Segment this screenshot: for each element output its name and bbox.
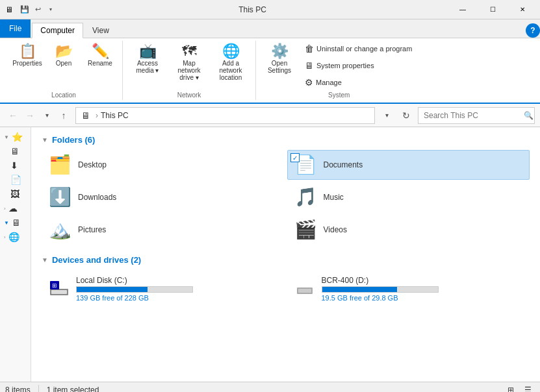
sidebar-item-downloads[interactable]: ⬇ bbox=[0, 158, 31, 173]
downloads-icon: ⬇ bbox=[10, 160, 18, 171]
window-controls: — ☐ ✕ bbox=[448, 0, 537, 19]
app-icon: 🖥 bbox=[3, 3, 16, 16]
map-network-button[interactable]: 🗺 Map networkdrive ▾ bbox=[170, 41, 209, 84]
star-icon: ⭐ bbox=[12, 132, 23, 142]
network-items: 📺 Accessmedia ▾ 🗺 Map networkdrive ▾ 🌐 A… bbox=[128, 41, 250, 90]
pictures-folder-icon: 🏔️ bbox=[49, 221, 71, 239]
sidebar-item-pictures[interactable]: 🖼 bbox=[0, 187, 31, 201]
folder-downloads[interactable]: ⬇️ Downloads bbox=[42, 182, 285, 212]
svg-rect-5 bbox=[298, 289, 311, 293]
navigation-buttons: ← → ▾ ↑ bbox=[5, 108, 71, 123]
computer-tab[interactable]: Computer bbox=[32, 23, 83, 38]
documents-checkbox[interactable]: ✓ bbox=[290, 153, 300, 162]
drives-section-header[interactable]: ▼ Devices and drives (2) bbox=[42, 255, 530, 265]
path-separator: › bbox=[96, 111, 98, 120]
collapse-icon: ▼ bbox=[4, 134, 9, 140]
sidebar-item-desktop[interactable]: 🖥 bbox=[0, 144, 31, 158]
recent-button[interactable]: ▾ bbox=[39, 108, 55, 123]
manage-button[interactable]: ⚙ Manage bbox=[300, 75, 417, 90]
forward-button[interactable]: → bbox=[22, 108, 38, 123]
uninstall-button[interactable]: 🗑 Uninstall or change a program bbox=[300, 41, 417, 56]
folders-section-header[interactable]: ▼ Folders (6) bbox=[42, 135, 530, 145]
onedrive-collapse-icon: › bbox=[4, 206, 6, 212]
dropdown-icon[interactable]: ▾ bbox=[44, 3, 57, 16]
videos-folder-name: Videos bbox=[324, 225, 347, 234]
rename-icon: ✏️ bbox=[92, 44, 109, 58]
folder-videos[interactable]: 🎬 Videos bbox=[287, 215, 530, 245]
save-icon[interactable]: 💾 bbox=[18, 3, 31, 16]
open-settings-button[interactable]: ⚙️ OpenSettings bbox=[261, 41, 298, 77]
drive-c-name: Local Disk (C:) bbox=[76, 276, 277, 285]
open-button[interactable]: 📂 Open bbox=[47, 41, 81, 70]
folders-expand-icon: ▼ bbox=[42, 136, 48, 143]
status-bar: 8 items 1 item selected ⊞ ☰ bbox=[0, 382, 540, 392]
drive-c-icon: ⊞ bbox=[49, 276, 70, 300]
system-properties-button[interactable]: 🖥 System properties bbox=[300, 58, 417, 73]
ribbon-content: 📋 Properties 📂 Open ✏️ Rename Location 📺 bbox=[0, 38, 540, 103]
folder-desktop[interactable]: 🗂️ Desktop bbox=[42, 150, 285, 180]
ribbon-group-system: ⚙️ OpenSettings 🗑 Uninstall or change a … bbox=[256, 41, 422, 100]
add-network-button[interactable]: 🌐 Add a networklocation bbox=[211, 41, 250, 84]
help-button[interactable]: ? bbox=[526, 23, 540, 38]
close-button[interactable]: ✕ bbox=[508, 0, 537, 19]
up-button[interactable]: ↑ bbox=[56, 108, 71, 123]
drive-d-fill bbox=[322, 287, 398, 292]
minimize-button[interactable]: — bbox=[448, 0, 478, 19]
details-view-button[interactable]: ☰ bbox=[521, 383, 535, 393]
system-props-icon: 🖥 bbox=[305, 60, 314, 71]
drive-c-info: Local Disk (C:) 139 GB free of 228 GB bbox=[76, 276, 277, 302]
view-tab[interactable]: View bbox=[84, 23, 118, 38]
title-bar: 🖥 💾 ↩ ▾ This PC — ☐ ✕ bbox=[0, 0, 540, 19]
path-dropdown-button[interactable]: ▾ bbox=[379, 108, 394, 123]
sidebar-item-documents[interactable]: 📄 bbox=[0, 173, 31, 187]
downloads-folder-name: Downloads bbox=[78, 193, 116, 202]
documents-icon: 📄 bbox=[10, 175, 21, 185]
folder-pictures[interactable]: 🏔️ Pictures bbox=[42, 215, 285, 245]
drives-grid: ⊞ Local Disk (C:) 139 GB free of 228 GB bbox=[42, 270, 530, 308]
access-media-button[interactable]: 📺 Accessmedia ▾ bbox=[128, 41, 167, 77]
address-bar: ← → ▾ ↑ 🖥 › This PC ▾ ↻ 🔍 bbox=[0, 104, 540, 127]
drive-c[interactable]: ⊞ Local Disk (C:) 139 GB free of 228 GB bbox=[42, 270, 285, 308]
location-items: 📋 Properties 📂 Open ✏️ Rename bbox=[10, 41, 117, 90]
downloads-folder-icon: ⬇️ bbox=[49, 188, 71, 206]
manage-icon: ⚙ bbox=[305, 77, 313, 88]
music-folder-icon: 🎵 bbox=[294, 188, 317, 206]
videos-folder-icon: 🎬 bbox=[294, 221, 317, 239]
properties-button[interactable]: 📋 Properties bbox=[10, 41, 44, 70]
system-label: System bbox=[328, 90, 350, 100]
search-input[interactable] bbox=[424, 111, 521, 120]
ribbon: File Computer View ? 📋 Properties 📂 Open… bbox=[0, 19, 540, 104]
location-label: Location bbox=[51, 90, 76, 100]
maximize-button[interactable]: ☐ bbox=[478, 0, 508, 19]
folders-section-title: Folders (6) bbox=[52, 135, 95, 145]
search-icon[interactable]: 🔍 bbox=[524, 111, 534, 120]
sidebar-item-network[interactable]: › 🌐 bbox=[0, 230, 31, 244]
folders-grid: 🗂️ Desktop ✓ 📄 Documents ⬇️ Downloads 🎵 … bbox=[42, 150, 530, 245]
uninstall-icon: 🗑 bbox=[305, 43, 314, 54]
folder-music[interactable]: 🎵 Music bbox=[287, 182, 530, 212]
back-button[interactable]: ← bbox=[5, 108, 21, 123]
drive-c-bar bbox=[76, 286, 193, 293]
undo-icon[interactable]: ↩ bbox=[31, 3, 44, 16]
drive-d[interactable]: BCR-400 (D:) 19.5 GB free of 29.8 GB bbox=[287, 270, 530, 308]
sidebar: ▼ ⭐ 🖥 ⬇ 📄 🖼 › ☁ ▼ 🖥 › 🌐 bbox=[0, 127, 31, 382]
sidebar-item-onedrive[interactable]: › ☁ bbox=[0, 201, 31, 215]
address-path[interactable]: 🖥 › This PC bbox=[75, 107, 375, 124]
rename-button[interactable]: ✏️ Rename bbox=[83, 41, 117, 70]
onedrive-icon: ☁ bbox=[8, 203, 18, 214]
drive-d-bar bbox=[322, 286, 439, 293]
refresh-button[interactable]: ↻ bbox=[398, 108, 414, 123]
system-items: ⚙️ OpenSettings 🗑 Uninstall or change a … bbox=[261, 41, 417, 90]
folder-documents[interactable]: ✓ 📄 Documents bbox=[287, 150, 530, 180]
drive-d-name: BCR-400 (D:) bbox=[322, 276, 523, 285]
status-separator bbox=[38, 385, 39, 393]
network-label: Network bbox=[177, 90, 201, 100]
large-icons-view-button[interactable]: ⊞ bbox=[504, 383, 518, 393]
window-title: This PC bbox=[57, 5, 448, 14]
sidebar-item-this-pc[interactable]: ▼ 🖥 bbox=[0, 215, 31, 230]
file-tab[interactable]: File bbox=[0, 19, 31, 38]
sidebar-item-quick-access[interactable]: ▼ ⭐ bbox=[0, 130, 31, 144]
pictures-icon: 🖼 bbox=[10, 189, 19, 199]
ribbon-group-location: 📋 Properties 📂 Open ✏️ Rename Location bbox=[5, 41, 123, 100]
drive-d-info: BCR-400 (D:) 19.5 GB free of 29.8 GB bbox=[322, 276, 523, 302]
